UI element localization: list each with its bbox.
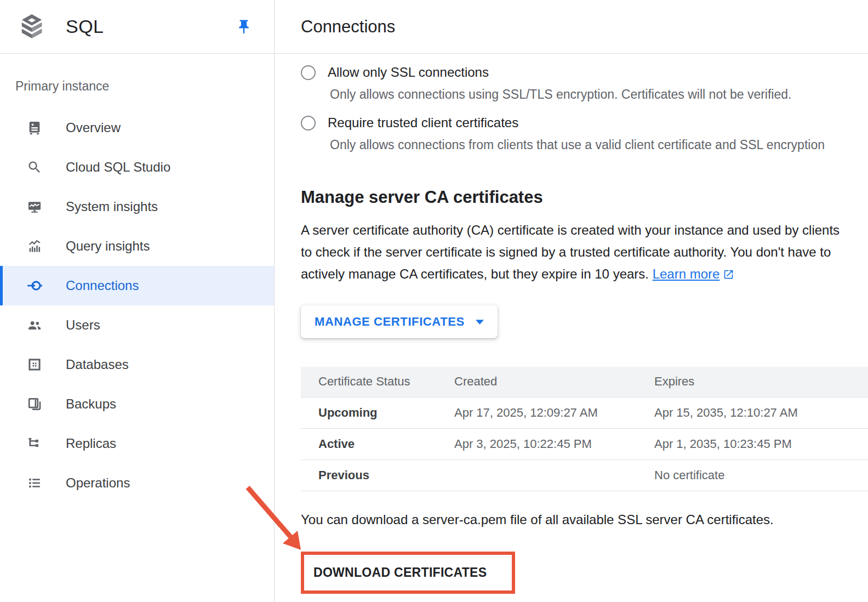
ca-description: A server certificate authority (CA) cert… xyxy=(301,219,850,287)
sidebar-item-cloud-sql-studio[interactable]: Cloud SQL Studio xyxy=(0,147,274,187)
sidebar-item-users[interactable]: Users xyxy=(0,305,274,345)
ssl-option-allow-only-ssl: Allow only SSL connections Only allows c… xyxy=(301,65,868,102)
connections-icon xyxy=(26,277,43,294)
cloud-sql-logo-icon xyxy=(18,13,45,41)
sidebar-item-databases[interactable]: Databases xyxy=(0,345,274,384)
sidebar-item-label: Databases xyxy=(66,357,129,372)
sidebar-item-label: Cloud SQL Studio xyxy=(66,160,170,175)
chevron-down-icon xyxy=(476,320,484,325)
cert-status: Previous xyxy=(301,459,437,491)
manage-certificates-label: MANAGE CERTIFICATES xyxy=(315,315,465,329)
download-certificates-button[interactable]: DOWNLOAD CERTIFICATES xyxy=(304,555,512,590)
certificates-table: Certificate Status Created Expires Upcom… xyxy=(301,367,868,491)
sidebar: SQL Primary instance Overview xyxy=(0,0,275,602)
search-icon xyxy=(26,159,43,175)
main-header: Connections xyxy=(275,0,868,54)
sidebar-item-backups[interactable]: Backups xyxy=(0,384,274,424)
sidebar-item-label: Overview xyxy=(66,120,121,135)
main-panel: Connections Allow only SSL connections O… xyxy=(275,0,868,602)
sidebar-item-label: Operations xyxy=(66,475,130,491)
system-insights-icon xyxy=(26,198,43,215)
cert-expires: Apr 15, 2035, 12:10:27 AM xyxy=(637,397,868,428)
replicas-icon xyxy=(26,435,43,452)
sidebar-item-connections[interactable]: Connections xyxy=(0,266,274,305)
sidebar-item-label: Replicas xyxy=(66,436,116,451)
radio-description: Only allows connections from clients tha… xyxy=(330,138,868,152)
sidebar-item-label: System insights xyxy=(66,199,158,214)
backups-icon xyxy=(26,396,43,412)
users-icon xyxy=(26,317,43,333)
cert-status: Active xyxy=(301,428,437,459)
overview-icon xyxy=(26,120,43,136)
sidebar-item-label: Query insights xyxy=(66,238,150,254)
databases-icon xyxy=(26,356,43,373)
table-row: Upcoming Apr 17, 2025, 12:09:27 AM Apr 1… xyxy=(301,397,868,428)
sidebar-item-query-insights[interactable]: Query insights xyxy=(0,226,274,266)
sidebar-section-label: Primary instance xyxy=(15,79,274,94)
section-heading: Manage server CA certificates xyxy=(301,188,868,207)
query-insights-icon xyxy=(26,238,43,254)
operations-icon xyxy=(26,475,43,491)
cert-expires: No certificate xyxy=(637,459,868,491)
radio-label[interactable]: Require trusted client certificates xyxy=(328,115,518,130)
radio-label[interactable]: Allow only SSL connections xyxy=(328,65,489,80)
sidebar-item-replicas[interactable]: Replicas xyxy=(0,424,274,463)
learn-more-label: Learn more xyxy=(653,266,720,281)
table-row: Previous No certificate xyxy=(301,459,868,491)
manage-certificates-button[interactable]: MANAGE CERTIFICATES xyxy=(301,305,498,338)
sidebar-item-operations[interactable]: Operations xyxy=(0,463,274,503)
cert-status: Upcoming xyxy=(301,397,437,428)
sidebar-item-system-insights[interactable]: System insights xyxy=(0,187,274,226)
app-name: SQL xyxy=(66,16,104,37)
ssl-option-require-client-certs: Require trusted client certificates Only… xyxy=(301,115,868,152)
cert-created: Apr 17, 2025, 12:09:27 AM xyxy=(437,397,637,428)
download-info-text: You can download a server-ca.pem file of… xyxy=(301,512,868,527)
column-header-certificate-status: Certificate Status xyxy=(301,367,437,397)
app-window: SQL Primary instance Overview xyxy=(0,0,868,602)
sidebar-item-label: Connections xyxy=(66,278,139,293)
pin-icon[interactable] xyxy=(236,19,252,35)
ssl-options-group: Allow only SSL connections Only allows c… xyxy=(301,65,868,152)
sidebar-nav: Overview Cloud SQL Studio xyxy=(0,108,274,503)
table-header-row: Certificate Status Created Expires xyxy=(301,367,868,397)
radio-button[interactable] xyxy=(301,116,316,130)
radio-button[interactable] xyxy=(301,65,316,80)
table-row: Active Apr 3, 2025, 10:22:45 PM Apr 1, 2… xyxy=(301,428,868,459)
radio-description: Only allows connections using SSL/TLS en… xyxy=(330,87,868,102)
ca-description-text: A server certificate authority (CA) cert… xyxy=(301,223,840,281)
page-title: Connections xyxy=(301,17,395,37)
sidebar-item-overview[interactable]: Overview xyxy=(0,108,274,147)
column-header-created: Created xyxy=(437,367,637,397)
cert-created xyxy=(437,459,637,491)
annotation-highlight-box: DOWNLOAD CERTIFICATES xyxy=(301,552,515,594)
open-in-new-icon xyxy=(723,265,734,287)
learn-more-link[interactable]: Learn more xyxy=(653,266,720,281)
column-header-expires: Expires xyxy=(637,367,868,397)
cert-created: Apr 3, 2025, 10:22:45 PM xyxy=(437,428,637,459)
main-content: Allow only SSL connections Only allows c… xyxy=(275,54,868,594)
sidebar-item-label: Users xyxy=(66,317,100,333)
cert-expires: Apr 1, 2035, 10:23:45 PM xyxy=(637,428,868,459)
sidebar-header: SQL xyxy=(0,0,274,54)
sidebar-item-label: Backups xyxy=(66,396,116,412)
